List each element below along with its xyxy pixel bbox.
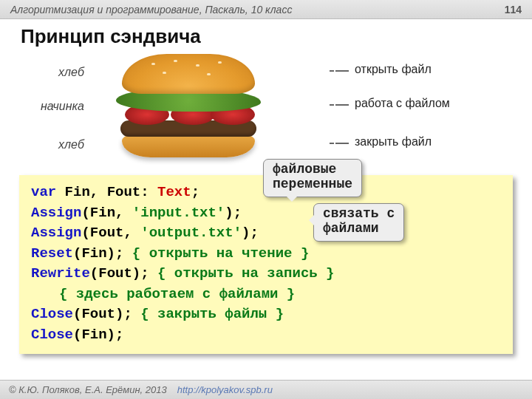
callout-bind-files: связать с файлами: [313, 203, 404, 242]
code-line-4: Reset(Fin); { открыть на чтение }: [31, 244, 501, 265]
bracket-close-icon: [330, 140, 349, 147]
code-block: файловые переменные связать с файлами va…: [19, 175, 513, 354]
footer-bar: © К.Ю. Поляков, Е.А. Ерёмин, 2013 http:/…: [0, 380, 532, 399]
bracket-open-icon: [330, 67, 349, 75]
code-line-7: Close(Fout); { закрыть файлы }: [31, 304, 501, 325]
sandwich-illustration: [100, 52, 277, 163]
footer-link[interactable]: http://kpolyakov.spb.ru: [177, 384, 273, 395]
action-work: работа с файлом: [355, 97, 450, 110]
page-title: Принцип сэндвича: [0, 19, 532, 52]
action-open: открыть файл: [355, 63, 432, 76]
code-line-2: Assign(Fin, 'input.txt');: [31, 203, 501, 224]
label-bread-top: хлеб: [18, 66, 84, 79]
header-bar: Алгоритмизация и программирование, Паска…: [0, 0, 532, 19]
course-label: Алгоритмизация и программирование, Паска…: [10, 4, 292, 16]
copyright: © К.Ю. Поляков, Е.А. Ерёмин, 2013: [9, 384, 167, 395]
code-line-5: Rewrite(Fout); { открыть на запись }: [31, 264, 501, 284]
code-line-8: Close(Fin);: [31, 325, 501, 346]
code-line-3: Assign(Fout, 'output.txt');: [31, 223, 501, 244]
callout-file-vars: файловые переменные: [263, 159, 362, 197]
page-number: 114: [505, 4, 522, 16]
code-line-6: { здесь работаем с файлами }: [59, 284, 501, 305]
action-close: закрыть файл: [355, 135, 432, 149]
sandwich-diagram: хлеб начинка хлеб открыть файл работа с …: [15, 52, 517, 171]
bracket-work-icon: [330, 101, 349, 109]
label-filling: начинка: [18, 100, 84, 113]
label-bread-bot: хлеб: [18, 138, 84, 151]
